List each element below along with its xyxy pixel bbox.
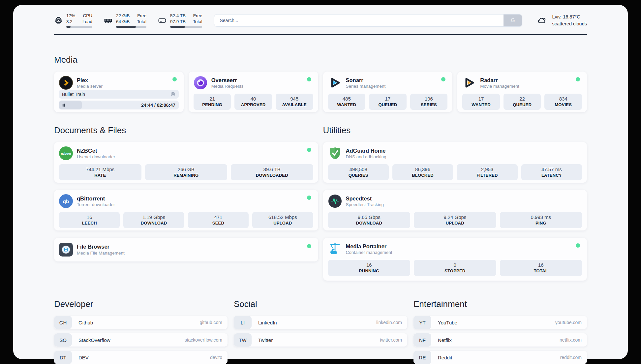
- bookmark-url: youtube.com: [555, 320, 587, 325]
- stat-download: 9.65 Gbps DOWNLOAD: [328, 212, 411, 228]
- weather-location-temp: Lviv, 16.87°C: [552, 14, 587, 20]
- section-title-media: Media: [54, 55, 587, 65]
- section-title-documents: Documents & Files: [54, 125, 318, 136]
- ram-total-value: 64 GiB: [116, 19, 130, 25]
- app-card-filebrowser[interactable]: File Browser Media File Management: [54, 238, 318, 261]
- bookmark-twitter[interactable]: TW Twitter twitter.com: [234, 333, 407, 347]
- bookmark-abbr: TW: [234, 333, 252, 347]
- app-title: Plex: [77, 77, 168, 84]
- stat-blocked: 86,396 BLOCKED: [392, 164, 453, 180]
- speedtest-icon: [328, 194, 342, 208]
- now-playing-row: Bullet Train: [59, 90, 179, 99]
- bookmark-github[interactable]: GH Github github.com: [54, 316, 228, 329]
- status-dot: [307, 77, 311, 81]
- bookmark-reddit[interactable]: RE Reddit reddit.com: [413, 351, 587, 364]
- app-card-overseerr[interactable]: Overseerr Media Requests 21 PENDING 40 A…: [189, 72, 318, 112]
- app-card-nzbget[interactable]: nzbget NZBGet Usenet downloader 744.21 M…: [54, 142, 318, 183]
- app-subtitle: DNS and adblocking: [346, 154, 582, 159]
- now-playing-title: Bullet Train: [62, 92, 85, 97]
- stat-series: 196 SERIES: [410, 94, 448, 110]
- bookmark-name: LinkedIn: [252, 320, 376, 325]
- app-card-qbittorrent[interactable]: qb qBittorrent Torrent downloader 16 LEE…: [54, 190, 318, 230]
- app-title: Overseerr: [211, 77, 303, 84]
- ram-free-value: 22 GiB: [116, 13, 130, 19]
- disk-total-label: Total: [193, 19, 202, 25]
- stat-seed: 471 SEED: [188, 212, 249, 228]
- cpu-usage-value: 17%: [66, 13, 75, 19]
- bookmark-stackoverflow[interactable]: SO StackOverflow stackoverflow.com: [54, 333, 228, 347]
- app-card-adguard[interactable]: AdGuard Home DNS and adblocking 498,508 …: [323, 142, 587, 183]
- section-title-social: Social: [234, 299, 407, 309]
- bookmark-name: StackOverflow: [72, 337, 185, 343]
- app-card-sonarr[interactable]: Sonarr Series management 485 WANTED 17 Q…: [323, 72, 453, 112]
- pause-icon: [62, 103, 66, 107]
- app-card-radarr[interactable]: Radarr Movie management 17 WANTED 22 QUE…: [457, 72, 587, 112]
- app-card-plex[interactable]: Plex Media server Bullet Train: [54, 72, 184, 112]
- bookmark-url: dev.to: [210, 355, 228, 360]
- sonarr-icon: [328, 76, 342, 90]
- ram-free-label: Free: [137, 13, 146, 19]
- section-title-entertainment: Entertainment: [413, 299, 587, 309]
- stat-upload: 9.24 Gbps UPLOAD: [414, 212, 496, 228]
- ram-icon: [104, 16, 113, 25]
- bookmark-dev[interactable]: DT DEV dev.to: [54, 351, 228, 364]
- social-column: Social LI LinkedIn linkedin.com TW Twitt…: [234, 299, 407, 364]
- plex-icon: [59, 76, 73, 90]
- disk-free-label: Free: [193, 13, 202, 19]
- stat-downloaded: 39.6 TB DOWNLOADED: [231, 164, 313, 180]
- stat-remaining: 266 GB REMAINING: [145, 164, 228, 180]
- app-subtitle: Media File Management: [77, 251, 303, 256]
- documents-column: Documents & Files nzbget NZBGet Usenet d…: [54, 125, 318, 281]
- app-card-portainer[interactable]: Media Portainer Container management 16 …: [323, 238, 587, 281]
- app-title: Radarr: [480, 77, 572, 84]
- app-title: qBittorrent: [77, 195, 303, 202]
- bookmark-abbr: GH: [54, 316, 72, 329]
- stat-ping: 0.993 ms PING: [500, 212, 582, 228]
- overseerr-icon: [194, 76, 207, 90]
- stat-movies: 834 MOVIES: [544, 94, 582, 110]
- bookmark-name: Twitter: [252, 337, 380, 343]
- media-card-grid: Plex Media server Bullet Train: [54, 72, 587, 112]
- status-dot: [307, 148, 311, 152]
- bookmark-url: twitter.com: [380, 337, 407, 343]
- cpu-load-value: 3.2: [66, 19, 75, 25]
- cpu-progress-bar: [66, 26, 92, 28]
- stat-approved: 40 APPROVED: [234, 94, 272, 110]
- app-title: Sonarr: [346, 77, 438, 84]
- bookmark-url: github.com: [200, 320, 228, 325]
- search-engine-button[interactable]: G: [504, 15, 522, 26]
- radarr-icon: [462, 76, 476, 90]
- bookmark-netflix[interactable]: NF Netflix netflix.com: [413, 333, 587, 347]
- stat-wanted: 17 WANTED: [462, 94, 500, 110]
- stat-download: 1.19 Gbps DOWNLOAD: [123, 212, 184, 228]
- bookmark-name: DEV: [72, 355, 210, 360]
- cpu-icon: [54, 16, 63, 25]
- status-dot: [441, 77, 445, 81]
- status-dot: [172, 77, 177, 81]
- app-subtitle: Series management: [346, 84, 438, 89]
- app-subtitle: Media Requests: [211, 84, 303, 89]
- app-title: Media Portainer: [346, 243, 572, 250]
- status-dot: [307, 244, 311, 248]
- bookmark-name: Netflix: [431, 337, 560, 343]
- cloud-icon: [536, 15, 548, 26]
- bookmark-linkedin[interactable]: LI LinkedIn linkedin.com: [234, 316, 407, 329]
- search-input[interactable]: [214, 14, 522, 27]
- status-dot: [576, 243, 580, 248]
- bookmark-youtube[interactable]: YT YouTube youtube.com: [413, 316, 587, 329]
- qbittorrent-icon: qb: [59, 194, 73, 208]
- bookmark-url: linkedin.com: [376, 320, 407, 325]
- app-card-speedtest[interactable]: Speedtest Speedtest Tracking 9.65 Gbps D…: [323, 190, 587, 230]
- dashboard-page: 17% 3.2 CPU Load: [13, 5, 628, 359]
- app-subtitle: Torrent downloader: [77, 202, 303, 207]
- weather-condition: scattered clouds: [552, 20, 587, 27]
- bookmark-name: Reddit: [431, 355, 560, 360]
- ram-progress-bar: [116, 26, 146, 28]
- bookmark-abbr: LI: [234, 316, 252, 329]
- bookmark-abbr: NF: [413, 333, 431, 347]
- bookmark-name: Github: [72, 320, 200, 325]
- app-subtitle: Speedtest Tracking: [346, 202, 582, 207]
- app-subtitle: Movie management: [480, 84, 572, 89]
- app-title: File Browser: [77, 243, 303, 250]
- portainer-icon: [328, 242, 342, 256]
